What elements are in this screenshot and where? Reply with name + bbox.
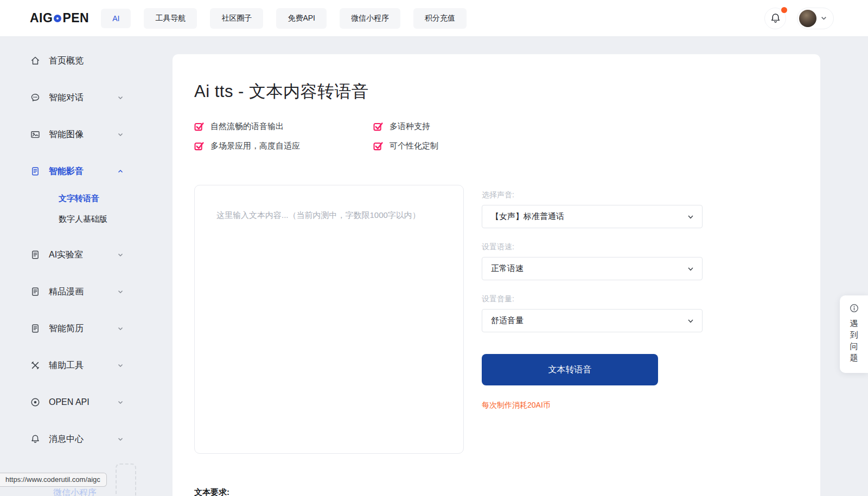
feature-item: 自然流畅的语音输出 xyxy=(194,121,373,132)
sidebar-item-home[interactable]: 首页概览 xyxy=(30,52,173,69)
target-icon xyxy=(30,397,41,408)
sidebar-item-label: 精品漫画 xyxy=(49,286,84,298)
nav-tab-free-api[interactable]: 免费API xyxy=(276,8,327,29)
sidebar-item-comics[interactable]: 精品漫画 xyxy=(30,283,173,300)
sidebar-item-label: 智能简历 xyxy=(49,323,84,334)
main-content-card: Ai tts - 文本内容转语音 自然流畅的语音输出 多语种支持 xyxy=(173,54,820,496)
sidebar-item-label: OPEN API xyxy=(49,397,90,407)
feature-item: 多场景应用，高度自适应 xyxy=(194,141,373,151)
notification-button[interactable] xyxy=(764,8,786,29)
image-icon xyxy=(30,129,41,140)
sidebar-submenu-media: 文字转语音 数字人基础版 xyxy=(30,192,173,226)
avatar xyxy=(799,10,816,27)
page-title: Ai tts - 文本内容转语音 xyxy=(194,80,799,103)
nav-tab-recharge[interactable]: 积分充值 xyxy=(413,8,467,29)
cost-note: 每次制作消耗20AI币 xyxy=(482,401,703,410)
top-nav: AI 工具导航 社区圈子 免费API 微信小程序 积分充值 xyxy=(101,8,467,29)
sidebar-item-media[interactable]: 智能影音 xyxy=(30,163,173,180)
topbar-right xyxy=(764,8,834,29)
convert-button[interactable]: 文本转语音 xyxy=(482,354,658,385)
chevron-up-icon xyxy=(117,168,124,175)
feature-text: 多场景应用，高度自适应 xyxy=(210,141,300,151)
text-input-area[interactable] xyxy=(194,185,464,454)
chevron-down-icon xyxy=(117,94,124,101)
feature-list: 自然流畅的语音输出 多语种支持 多场景应用，高度自适应 xyxy=(194,121,541,151)
sidebar-item-open-api[interactable]: OPEN API xyxy=(30,394,173,411)
voice-select[interactable]: 【女声】标准普通话 xyxy=(482,205,703,228)
chevron-down-icon xyxy=(117,325,124,332)
status-bar-url: https://www.coderutil.com/aigc xyxy=(0,473,107,487)
feature-item: 多语种支持 xyxy=(373,121,541,132)
user-menu[interactable] xyxy=(797,8,834,29)
notification-dot xyxy=(781,7,787,13)
logo-text-post: PEN xyxy=(62,11,89,25)
sidebar-item-label: 智能影音 xyxy=(49,166,84,177)
doc-icon xyxy=(30,249,41,260)
sidebar-subitem-digital-human[interactable]: 数字人基础版 xyxy=(59,212,173,226)
voice-select-label: 选择声音: xyxy=(482,190,703,199)
sidebar-subitem-tts[interactable]: 文字转语音 xyxy=(59,192,173,205)
chevron-down-icon xyxy=(117,399,124,405)
feature-text: 多语种支持 xyxy=(390,121,430,132)
chevron-down-icon xyxy=(117,131,124,138)
feature-text: 自然流畅的语音输出 xyxy=(210,121,284,132)
chevron-down-icon xyxy=(117,288,124,295)
bell-icon xyxy=(770,12,781,24)
sidebar-item-label: 消息中心 xyxy=(49,434,84,445)
chevron-down-icon xyxy=(687,213,694,221)
info-icon xyxy=(850,304,859,313)
home-icon xyxy=(30,55,41,66)
chevron-down-icon xyxy=(687,317,694,325)
feature-item: 可个性化定制 xyxy=(373,141,541,151)
check-icon xyxy=(373,141,384,151)
chevron-down-icon xyxy=(820,15,827,22)
chevron-down-icon xyxy=(117,252,124,258)
sidebar-item-label: AI实验室 xyxy=(49,249,83,261)
speed-select-value: 正常语速 xyxy=(491,263,524,274)
sidebar-item-label: 智能对话 xyxy=(49,92,84,104)
sidebar-item-resume[interactable]: 智能简历 xyxy=(30,320,173,337)
check-icon xyxy=(194,121,205,132)
doc-icon xyxy=(30,286,41,297)
chevron-down-icon xyxy=(687,265,694,273)
media-doc-icon xyxy=(30,166,41,177)
help-feedback-tab[interactable]: 遇到问题 xyxy=(840,295,868,373)
voice-select-value: 【女声】标准普通话 xyxy=(491,211,564,222)
chat-icon xyxy=(30,92,41,103)
chevron-down-icon xyxy=(117,362,124,369)
feature-text: 可个性化定制 xyxy=(390,141,438,151)
bell-icon xyxy=(30,434,41,445)
sidebar-item-messages[interactable]: 消息中心 xyxy=(30,430,173,448)
tts-workspace: 选择声音: 【女声】标准普通话 设置语速: 正常语速 设置音量: 舒适音量 文本… xyxy=(194,185,799,454)
speed-select[interactable]: 正常语速 xyxy=(482,257,703,280)
check-icon xyxy=(373,121,384,132)
dashed-placeholder-box xyxy=(116,463,136,496)
sidebar-item-aux-tools[interactable]: 辅助工具 xyxy=(30,357,173,374)
nav-tab-wechat-miniapp[interactable]: 微信小程序 xyxy=(340,8,400,29)
nav-tab-ai[interactable]: AI xyxy=(101,9,131,28)
sidebar-item-label: 辅助工具 xyxy=(49,360,84,371)
logo-text-pre: AIG xyxy=(30,11,53,25)
requirements-heading: 文本要求: xyxy=(194,487,799,496)
chevron-down-icon xyxy=(117,436,124,442)
help-tab-label: 遇到问题 xyxy=(850,318,858,363)
sidebar: 首页概览 智能对话 智能图像 xyxy=(0,37,173,496)
sidebar-item-image[interactable]: 智能图像 xyxy=(30,126,173,143)
tts-settings-form: 选择声音: 【女声】标准普通话 设置语速: 正常语速 设置音量: 舒适音量 文本… xyxy=(482,185,703,410)
volume-select[interactable]: 舒适音量 xyxy=(482,309,703,332)
top-navbar: AIGPEN AI 工具导航 社区圈子 免费API 微信小程序 积分充值 xyxy=(0,0,868,37)
sidebar-item-label: 智能图像 xyxy=(49,129,84,140)
sidebar-item-chat[interactable]: 智能对话 xyxy=(30,89,173,106)
logo-o-ring-icon xyxy=(54,15,61,22)
tools-icon xyxy=(30,360,41,371)
volume-select-value: 舒适音量 xyxy=(491,315,524,326)
sidebar-item-ai-lab[interactable]: AI实验室 xyxy=(30,246,173,263)
partial-link-text: 微信小程序 xyxy=(53,487,97,496)
nav-tab-tools[interactable]: 工具导航 xyxy=(144,8,197,29)
brand-logo[interactable]: AIGPEN xyxy=(30,11,89,25)
check-icon xyxy=(194,141,205,151)
speed-select-label: 设置语速: xyxy=(482,242,703,252)
sidebar-item-label: 首页概览 xyxy=(49,55,84,67)
nav-tab-community[interactable]: 社区圈子 xyxy=(210,8,263,29)
doc-icon xyxy=(30,323,41,334)
